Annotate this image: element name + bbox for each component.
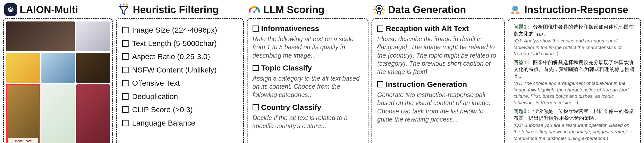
svg-point-1 [10, 7, 11, 8]
section-title: Country Classify [261, 102, 321, 113]
section-head: Informativeness [253, 23, 363, 34]
filter-item: Deduplication [122, 90, 238, 103]
checkbox-icon [122, 120, 129, 126]
stage-title: LLM Scoring [263, 4, 325, 15]
ir-q2-label: 问题2： [513, 108, 531, 114]
svg-rect-9 [377, 12, 381, 14]
filter-item-label: Deduplication [132, 91, 178, 102]
ir-answer: 回答1： 图像中的餐具选择和摆设充分展现了韩国饮食文化的特点。首先，黄铜碗碟作为… [513, 59, 635, 80]
svg-point-0 [8, 8, 10, 9]
image-thumbnail-grid: Meat Love [6, 21, 110, 143]
section-desc: Please describe the image in detail in {… [377, 35, 499, 76]
ir-q2-translation: (Q2: Suppose you are a restaurant operat… [513, 122, 635, 141]
filter-item: CLIP Score (>0.3) [122, 103, 238, 116]
thumbnail [76, 53, 110, 83]
scoring-section: Topic Classify Assign a category to the … [253, 63, 363, 99]
section-title: Informativeness [261, 23, 319, 34]
checkbox-icon [253, 65, 259, 71]
section-title: Recaption with Alt Text [386, 23, 469, 34]
generation-section: Recaption with Alt Text Please describe … [377, 23, 499, 76]
section-desc: Rate the following alt text on a scale f… [253, 35, 363, 60]
ir-q1-translation: (Q1: Analyze how the choice and arrangem… [513, 38, 635, 57]
lightbulb-icon [373, 3, 386, 16]
thumbnail [6, 21, 75, 51]
ir-question: 问题1： 分析图像中餐具的选择和摆设如何体现韩国饮食文化的特点。 [513, 23, 635, 37]
globe-hands-icon [509, 3, 522, 16]
filter-item: Language Balance [122, 116, 238, 130]
filter-item-label: Aspect Ratio (0.25-3.0) [132, 52, 210, 62]
checkbox-icon [122, 67, 129, 73]
filter-item-label: Text Length (5-5000char) [132, 38, 217, 49]
thumbnail [41, 53, 75, 83]
ir-a1-translation: (A1: The choice and arrangement of table… [513, 80, 635, 106]
stage-header: Instruction-Response [508, 3, 641, 16]
scoring-section: Informativeness Rate the following alt t… [253, 23, 363, 59]
svg-point-5 [120, 4, 121, 6]
ir-q2-text: 假设你是一位餐厅经营者，根据图像中的餐桌布置，提出提升顾客用餐体验的策略。 [513, 108, 634, 121]
stage-laion: LAION-Multi Meat Love [3, 3, 113, 143]
filter-item: Image Size (224-4096px) [122, 23, 238, 37]
ir-q1-label: 问题1： [513, 24, 531, 30]
section-desc: Decide if the alt text is related to a s… [253, 114, 363, 130]
checkbox-icon [253, 26, 259, 32]
svg-point-7 [126, 4, 128, 6]
filter-item-label: CLIP Score (>0.3) [132, 105, 193, 115]
funnel-icon [117, 3, 130, 16]
thumbnail-label: Meat Love [8, 138, 38, 143]
checkbox-icon [122, 106, 129, 113]
stage-instruction-response: Instruction-Response 问题1： 分析图像中餐具的选择和摆设如… [508, 3, 641, 143]
filter-item: Offensive Text [122, 77, 238, 90]
ir-question: 问题2： 假设你是一位餐厅经营者，根据图像中的餐桌布置，提出提升顾客用餐体验的策… [513, 108, 635, 122]
pipeline-diagram: LAION-Multi Meat Love [3, 3, 641, 143]
filter-item-label: Language Balance [132, 118, 195, 128]
thumbnail [41, 84, 75, 143]
ir-q1-text: 分析图像中餐具的选择和摆设如何体现韩国饮食文化的特点。 [513, 24, 634, 36]
thumbnail [76, 84, 110, 143]
stage-scoring: LLM Scoring Informativeness Rate the fol… [247, 3, 368, 143]
stage-generation: Data Generation Recaption with Alt Text … [371, 3, 505, 143]
generation-section: Instruction Generation Generate two inst… [377, 79, 499, 124]
section-head: Country Classify [253, 102, 363, 113]
stage-header: Data Generation [371, 3, 505, 16]
checkbox-icon [122, 53, 129, 60]
section-desc: Generate two instruction-response pair b… [377, 91, 499, 124]
section-desc: Assign a category to the alt text based … [253, 74, 363, 99]
svg-point-2 [12, 8, 13, 9]
filter-item: NSFW Content (Unlikely) [122, 63, 238, 77]
thumbnail [6, 53, 40, 83]
stage-title: LAION-Multi [20, 4, 78, 15]
filter-item: Text Length (5-5000char) [122, 37, 238, 50]
section-head: Topic Classify [253, 63, 363, 73]
stage-body-ir: 问题1： 分析图像中餐具的选择和摆设如何体现韩国饮食文化的特点。 (Q1: An… [508, 18, 641, 143]
section-title: Instruction Generation [386, 79, 467, 90]
svg-point-11 [512, 6, 518, 11]
thumbnail-highlighted: Meat Love [6, 84, 40, 143]
section-title: Topic Classify [261, 63, 312, 73]
ir-a1-text: 图像中的餐具选择和摆设充分展现了韩国饮食文化的特点。首先，黄铜碗碟作为韩式料理的… [513, 60, 635, 79]
section-head: Instruction Generation [377, 79, 499, 90]
svg-point-8 [253, 11, 255, 13]
stage-title: Instruction-Response [524, 4, 628, 15]
ir-a1-label: 回答1： [513, 60, 531, 65]
checkbox-icon [377, 26, 383, 32]
checkbox-icon [122, 27, 129, 33]
filter-checklist: Image Size (224-4096px) Text Length (5-5… [122, 23, 238, 130]
stage-body-scoring: Informativeness Rate the following alt t… [247, 18, 368, 143]
checkbox-icon [122, 40, 129, 47]
stage-header: LAION-Multi [3, 3, 113, 16]
filter-item-label: Image Size (224-4096px) [132, 25, 217, 35]
stage-body-filtering: Image Size (224-4096px) Text Length (5-5… [116, 18, 244, 143]
paw-icon [4, 3, 17, 16]
section-head: Recaption with Alt Text [377, 23, 499, 34]
checkbox-icon [253, 104, 259, 110]
stage-title: Heuristic Filtering [133, 4, 219, 15]
checkbox-icon [122, 80, 129, 86]
stage-header: Heuristic Filtering [116, 3, 244, 16]
stage-header: LLM Scoring [247, 3, 368, 16]
stage-body-laion: Meat Love [3, 18, 113, 143]
svg-point-6 [123, 4, 125, 5]
checkbox-icon [122, 93, 129, 100]
filter-item-label: Offensive Text [132, 78, 180, 88]
filter-item: Aspect Ratio (0.25-3.0) [122, 50, 238, 63]
checkbox-icon [377, 81, 383, 87]
